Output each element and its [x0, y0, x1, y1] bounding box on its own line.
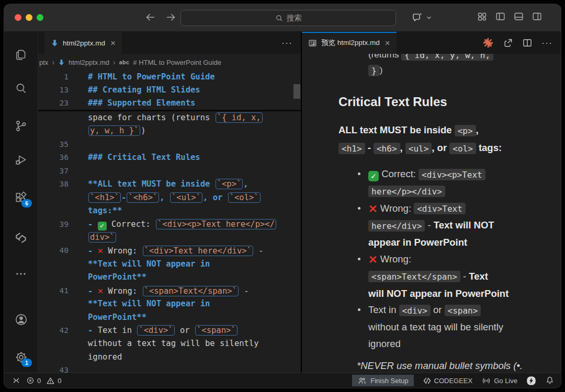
chat-menu[interactable] [411, 11, 432, 24]
toggle-sidebar-left-icon[interactable] [495, 12, 505, 21]
copilot-chat-icon [411, 11, 424, 24]
sticky-line[interactable]: 13## Creating HTML Slides [38, 84, 301, 97]
breadcrumb-symbol[interactable]: # HTML to PowerPoint Guide [133, 59, 221, 66]
code-line-text: div>` [69, 231, 117, 244]
minimize-window-button[interactable] [26, 14, 32, 21]
bullet-dot-icon [358, 172, 360, 175]
line-number [38, 204, 69, 217]
notifications-bell-icon[interactable] [545, 376, 555, 385]
line-number [38, 337, 69, 350]
toggle-panel-bottom-icon[interactable] [514, 12, 524, 21]
share-export-icon[interactable] [503, 38, 513, 48]
forward-arrow-icon[interactable] [165, 11, 177, 23]
breadcrumb-folder[interactable]: ptx [39, 59, 48, 66]
code-line[interactable]: 38**ALL text MUST be inside `<p>`, [38, 178, 301, 191]
list-item: ✓ Correct: <div><p>Texthere</p></div> [368, 166, 547, 200]
editor-group: html2pptx.md × ··· ptx › html2pptx.md › [38, 32, 301, 373]
accounts-icon[interactable] [14, 312, 28, 327]
code-line-text: - ✓ Correct: `<div><p>Text here</p></ [69, 218, 277, 231]
titlebar: 搜索 [4, 4, 561, 32]
code-line[interactable]: 41- ✕ Wrong: `<span>Text</span>` - [38, 284, 301, 297]
tab-label: html2pptx.md [63, 39, 105, 47]
preview-group: 预览 html2pptx.md × ··· [302, 32, 561, 373]
problems-status[interactable]: 0 0 [26, 376, 61, 385]
code-line[interactable]: 35 [38, 138, 301, 151]
run-debug-icon[interactable] [14, 153, 28, 167]
errors-icon [26, 376, 35, 385]
code-line[interactable]: y, w, h }`) [38, 124, 301, 137]
search-sidebar-icon[interactable] [14, 81, 28, 96]
code-line[interactable]: 42- Text in `<div>` or `<span>` [38, 324, 301, 337]
bold-text-segment: **Text will NOT appear in [88, 299, 210, 308]
code-line[interactable]: 36### Critical Text Rules [38, 151, 301, 164]
code-line[interactable]: without a text tag will be silently [38, 337, 301, 350]
more-views-icon[interactable] [14, 267, 28, 281]
editor-scrollbar[interactable] [293, 71, 300, 373]
code-line[interactable]: **Text will NOT appear in [38, 258, 301, 271]
code-line[interactable]: 43 [38, 364, 301, 373]
code-line-text: space for charts (returns `{ id, x, [69, 111, 263, 124]
code-chip: <span> [445, 305, 481, 316]
list-dash-segment: - [88, 286, 98, 296]
editor-scrollbar-thumb[interactable] [293, 84, 300, 99]
layout-controls [477, 12, 542, 21]
finish-setup-button[interactable]: Finish Setup [352, 375, 413, 386]
close-tab-icon[interactable]: × [110, 39, 116, 48]
codegeex-status-button[interactable]: CODEGEEX [423, 376, 473, 385]
code-editor[interactable]: space for charts (returns `{ id, x,y, w,… [38, 111, 301, 373]
search-input[interactable]: 搜索 [180, 10, 396, 26]
code-line[interactable]: tags:** [38, 204, 301, 217]
sticky-line[interactable]: 23### Supported Elements [38, 97, 301, 110]
extensions-icon[interactable]: 6 [14, 190, 28, 205]
tab-preview-html2pptx[interactable]: 预览 html2pptx.md × [302, 32, 397, 54]
text-segment: - [254, 246, 264, 256]
code-line-text: tags:** [69, 204, 122, 217]
line-number [38, 311, 69, 324]
code-line[interactable]: 39- ✓ Correct: `<div><p>Text here</p></ [38, 218, 301, 231]
close-window-button[interactable] [15, 14, 21, 21]
preview-more-actions-icon[interactable]: ··· [541, 38, 552, 49]
line-number: 41 [38, 284, 69, 297]
close-tab-icon[interactable]: × [385, 39, 390, 48]
code-line-text: PowerPoint** [69, 311, 146, 324]
line-number: 43 [38, 364, 69, 373]
code-line[interactable]: PowerPoint** [38, 271, 301, 284]
remote-indicator-icon[interactable] [12, 376, 21, 385]
split-editor-icon[interactable] [522, 38, 533, 48]
codegeex-sidebar-icon[interactable] [14, 230, 28, 245]
inline-code-segment: `<p>` [216, 179, 243, 189]
breadcrumb-file[interactable]: html2pptx.md [69, 59, 109, 66]
text-segment: ignored [88, 352, 122, 362]
sticky-scroll[interactable]: 1# HTML to PowerPoint Guide13## Creating… [38, 71, 301, 111]
thunder-client-icon[interactable] [526, 376, 536, 386]
code-line-text: PowerPoint** [69, 271, 146, 284]
line-number: 42 [38, 324, 69, 337]
code-line[interactable]: `<h1>`-`<h6>`, `<ul>`, or `<ol>` [38, 191, 301, 204]
zoom-window-button[interactable] [37, 14, 43, 21]
codegeex-label: CODEGEEX [434, 377, 473, 385]
inline-code-segment: `<div><p>Text here</p></ [156, 219, 276, 229]
go-live-button[interactable]: Go Live [481, 376, 517, 385]
editor-more-actions-icon[interactable]: ··· [281, 38, 292, 49]
tab-html2pptx[interactable]: html2pptx.md × [44, 32, 122, 54]
code-line[interactable]: **Text will NOT appear in [38, 297, 301, 310]
list-item: Text in <div> or <span>without a text ta… [368, 302, 547, 352]
list-item: ✕ Wrong:<span>Text</span> - Textwill NOT… [368, 251, 547, 302]
code-line[interactable]: space for charts (returns `{ id, x, [38, 111, 301, 124]
code-line[interactable]: div>` [38, 231, 301, 244]
back-arrow-icon[interactable] [144, 11, 156, 23]
toggle-sidebar-right-icon[interactable] [532, 12, 542, 21]
code-line[interactable]: ignored [38, 351, 301, 364]
code-line[interactable]: 40- ✕ Wrong: `<div>Text here</div>` - [38, 244, 301, 257]
settings-gear-icon[interactable]: 1 [14, 350, 28, 364]
text-segment: - [239, 286, 249, 296]
claude-starburst-icon[interactable] [482, 37, 494, 49]
code-line[interactable]: PowerPoint** [38, 311, 301, 324]
source-control-icon[interactable] [14, 119, 28, 133]
code-line[interactable]: 37 [38, 165, 301, 178]
inline-code-segment: `{ id, x, [216, 112, 263, 123]
customize-layout-icon[interactable] [477, 12, 487, 21]
list-item-text: ✕ Wrong: <div>Texthere</div> - Text will… [368, 203, 494, 248]
explorer-icon[interactable] [14, 48, 28, 62]
sticky-line[interactable]: 1# HTML to PowerPoint Guide [38, 71, 301, 84]
